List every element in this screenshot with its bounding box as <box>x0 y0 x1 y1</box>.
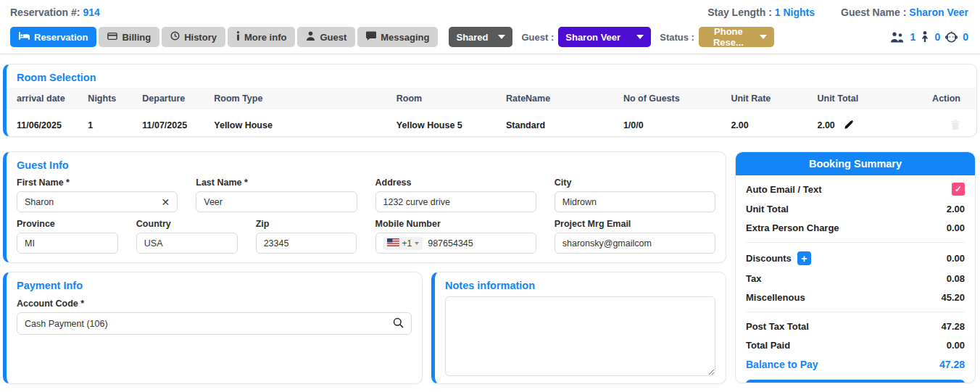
adults-icon <box>889 32 905 43</box>
room-selection-table: arrival date Nights Departure Room Type … <box>7 88 976 137</box>
infants-count: 0 <box>963 31 968 43</box>
guest-dropdown[interactable]: Sharon Veer <box>558 27 651 47</box>
status-dropdown-value: Phone Rese... <box>706 26 751 48</box>
tab-messaging[interactable]: Messaging <box>357 27 438 47</box>
balance-to-pay-value: 47.28 <box>939 359 965 370</box>
province-field[interactable] <box>17 233 118 254</box>
info-icon <box>236 31 240 43</box>
cell-arrival-date: 11/06/2025 <box>7 109 82 137</box>
divider <box>746 312 965 312</box>
room-selection-title: Room Selection <box>7 64 976 88</box>
room-selection-panel: Room Selection arrival date Nights Depar… <box>3 64 977 137</box>
divider <box>746 242 965 243</box>
city-group: City <box>555 178 715 212</box>
chevron-down-icon <box>760 35 767 39</box>
cell-action <box>925 109 976 137</box>
post-tax-total-label: Post Tax Total <box>746 321 809 332</box>
notes-title: Notes information <box>445 280 715 291</box>
add-discount-button[interactable]: + <box>797 251 811 265</box>
city-label: City <box>555 178 715 188</box>
miscellaneous-label: Miscellenous <box>746 292 805 303</box>
discounts-value: 0.00 <box>947 253 965 264</box>
cell-departure: 11/07/2025 <box>136 109 208 137</box>
first-name-label: First Name * <box>17 178 178 188</box>
mobile-field[interactable]: +1 987654345 <box>375 233 536 254</box>
tab-billing[interactable]: Billing <box>99 27 159 47</box>
booking-summary-panel: Booking Summary Auto Email / Text ✓ Unit… <box>735 151 976 383</box>
project-mrg-email-field[interactable] <box>555 233 715 254</box>
clear-x-icon[interactable]: ✕ <box>162 197 170 207</box>
tab-guest[interactable]: Guest <box>297 27 355 47</box>
table-header-row: arrival date Nights Departure Room Type … <box>7 88 976 109</box>
miscellaneous-value: 45.20 <box>941 292 965 303</box>
tax-value: 0.08 <box>947 273 965 284</box>
cell-room: Yellow House 5 <box>391 109 500 137</box>
auto-email-checkbox[interactable]: ✓ <box>952 183 965 196</box>
table-row: 11/06/2025 1 11/07/2025 Yellow House Yel… <box>7 109 976 137</box>
last-name-field[interactable] <box>196 191 357 212</box>
tab-label: More info <box>244 32 287 43</box>
stay-length-label: Stay Length : <box>707 7 772 18</box>
extra-person-value: 0.00 <box>947 222 965 233</box>
chevron-down-icon <box>636 35 644 39</box>
tab-more-info[interactable]: More info <box>228 27 296 47</box>
col-room: Room <box>391 88 500 109</box>
edit-pencil-icon[interactable] <box>844 120 854 132</box>
zip-label: Zip <box>256 219 357 229</box>
children-count: 0 <box>934 31 940 43</box>
cell-unit-rate: 2.00 <box>725 109 811 137</box>
address-label: Address <box>375 178 536 188</box>
tab-label: History <box>184 32 217 43</box>
country-field[interactable] <box>136 233 238 254</box>
tab-history[interactable]: History <box>162 27 225 47</box>
adults-count: 1 <box>910 31 916 43</box>
delete-trash-icon[interactable] <box>950 122 960 132</box>
discounts-label: Discounts <box>746 253 792 264</box>
cell-rate-name: Standard <box>500 109 618 137</box>
search-icon[interactable] <box>393 317 404 330</box>
top-bar: Reservation #:914 Stay Length :1 Nights … <box>0 0 980 18</box>
address-group: Address <box>375 178 536 212</box>
tax-row: Tax 0.08 <box>746 273 965 284</box>
tab-label: Reservation <box>34 32 88 43</box>
first-name-group: First Name * Sharon ✕ <box>17 178 178 212</box>
account-code-field[interactable]: Cash Payment (106) <box>17 312 412 335</box>
status-dropdown[interactable]: Phone Rese... <box>699 27 774 47</box>
shared-dropdown[interactable]: Shared <box>449 27 512 47</box>
miscellaneous-row: Miscellenous 45.20 <box>746 292 965 303</box>
guest-name-value: Sharon Veer <box>909 7 968 18</box>
infant-icon <box>945 31 958 43</box>
auto-email-label: Auto Email / Text <box>746 184 822 195</box>
clock-icon <box>170 31 180 43</box>
notes-textarea[interactable] <box>445 296 715 376</box>
guest-info-panel: Guest Info First Name * Sharon ✕ Last Na… <box>3 151 726 263</box>
country-label: Country <box>136 219 238 229</box>
post-tax-total-value: 47.28 <box>941 321 965 332</box>
tab-reservation[interactable]: Reservation <box>10 27 96 47</box>
unit-total-value: 2.00 <box>817 120 834 130</box>
pay-amount-due-button[interactable]: Pay Amount Due <box>746 380 965 383</box>
account-code-label: Account Code * <box>17 299 412 309</box>
first-name-field[interactable]: Sharon ✕ <box>17 191 178 212</box>
unit-total-value: 2.00 <box>947 204 965 214</box>
city-field[interactable] <box>555 191 715 212</box>
mobile-label: Mobile Number <box>375 219 536 229</box>
stay-length-value: 1 Nights <box>775 7 815 18</box>
discounts-row: Discounts + 0.00 <box>746 251 965 265</box>
project-mrg-email-label: Project Mrg Email <box>555 219 715 229</box>
payment-info-title: Payment Info <box>17 280 412 291</box>
address-field[interactable] <box>375 191 536 212</box>
last-name-label: Last Name * <box>196 178 357 188</box>
country-code-selector[interactable]: +1 <box>383 237 423 250</box>
mobile-value: 987654345 <box>428 238 473 249</box>
zip-field[interactable] <box>256 233 357 254</box>
guest-info-title: Guest Info <box>17 159 715 171</box>
person-icon <box>306 31 315 43</box>
cell-nights: 1 <box>82 109 136 137</box>
shared-dropdown-value: Shared <box>456 32 488 43</box>
post-tax-total-row: Post Tax Total 47.28 <box>746 321 965 332</box>
tab-label: Billing <box>122 32 151 43</box>
card-icon <box>107 32 117 43</box>
child-icon <box>921 31 929 43</box>
balance-to-pay-row: Balance to Pay 47.28 <box>746 359 965 370</box>
